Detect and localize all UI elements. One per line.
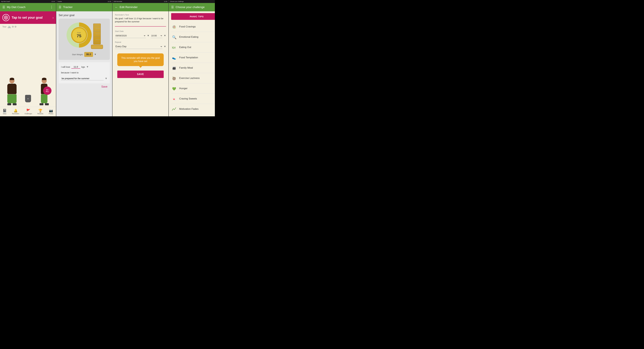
start-weight-value: 86.0 xyxy=(84,52,93,57)
photos-icon: 📷 xyxy=(49,109,53,113)
save-button-2[interactable]: Save xyxy=(59,83,110,90)
char-feet-fat xyxy=(7,103,16,105)
nav-photos[interactable]: 📷 Photos xyxy=(49,109,53,115)
header-4: ☰ Choose your challenge ✏ xyxy=(169,3,215,11)
svg-text:🦥: 🦥 xyxy=(172,76,176,80)
challenge-item-food-cravings[interactable]: 🍭 Food Cravings xyxy=(171,22,215,32)
header-title-1: My Diet Coach xyxy=(7,5,48,9)
food-temptation-icon: 👟 xyxy=(171,55,177,60)
char-foot-slim-left xyxy=(40,103,44,105)
nav-challenges[interactable]: 🚩 Challenges xyxy=(24,109,32,115)
family-meal-label: Family Meal xyxy=(179,66,193,69)
start-date-select[interactable]: 09/06/2020 xyxy=(115,33,146,38)
start-date-label: Start Date xyxy=(115,30,166,32)
char-pants-fat xyxy=(7,94,16,103)
challenge-item-exercise-laziness[interactable]: 🦥 Exercise Laziness xyxy=(171,73,215,83)
challenge-item-family-meal[interactable]: 👨‍👩‍👧 Family Meal xyxy=(171,63,215,73)
because-row: because I want to xyxy=(59,70,110,75)
challenge-item-emotional-eating[interactable]: 🔍 Emotional Eating xyxy=(171,32,215,42)
challenge-item-food-temptation[interactable]: 👟 Food Temptation xyxy=(171,52,215,63)
emotional-eating-icon: 🔍 xyxy=(171,34,177,40)
svg-text:🍽: 🍽 xyxy=(172,46,175,49)
craving-sweets-label: Craving Sweets xyxy=(179,97,197,100)
tour-label[interactable]: Tour xyxy=(2,25,6,28)
because-label: because I want to xyxy=(61,71,79,74)
bike-icon: 🚲 xyxy=(8,25,11,28)
back-icon-3[interactable]: ← xyxy=(115,5,118,9)
tape-base xyxy=(91,45,103,49)
nav-reminders[interactable]: 🔔 Reminders xyxy=(12,109,19,115)
reason-row: be prepared for the summer look better f… xyxy=(59,75,110,82)
goal-visual-area: Goal: 75 xyxy=(59,19,110,60)
nav-diary-label: Diary xyxy=(3,113,6,115)
char-foot-left xyxy=(7,103,11,105)
tape-measure-visual xyxy=(91,23,103,49)
craving-sweets-icon: 🍬 xyxy=(171,96,177,102)
nav-diary[interactable]: 📓 Diary xyxy=(3,109,7,115)
goal-value: 75 xyxy=(77,33,81,38)
reminders-icon: 🔔 xyxy=(14,109,18,113)
reminder-text-label: Reminder's Text: xyxy=(115,14,166,16)
panel-my-diet-coach: My Diet Coach 12:19 ☰ My Diet Coach ⋮ Ta… xyxy=(0,0,56,116)
header-title-3: Edit Reminder xyxy=(120,5,166,9)
time-dropdown-arrow: ▼ xyxy=(164,34,166,37)
char-torso-fat xyxy=(7,84,16,94)
char-foot-slim-right xyxy=(45,103,49,105)
nav-rewards[interactable]: 🏆 Rewards xyxy=(38,109,43,115)
bottom-navigation: 📓 Diary 🔔 Reminders 🚩 Challenges 🏆 Rewar… xyxy=(0,107,56,116)
char-foot-right xyxy=(13,103,16,105)
svg-text:💚: 💚 xyxy=(172,87,176,91)
nav-photos-label: Photos xyxy=(49,113,53,115)
svg-point-2 xyxy=(6,17,6,18)
save-reminder-button[interactable]: SAVE xyxy=(117,70,164,78)
exercise-laziness-label: Exercise Laziness xyxy=(179,77,200,80)
status-bar-1: My Diet Coach 12:19 xyxy=(0,0,56,3)
challenge-item-eating-out[interactable]: 🍽 Eating Out xyxy=(171,42,215,52)
reason-select[interactable]: be prepared for the summer look better f… xyxy=(61,76,104,80)
donut-center: Goal: 75 xyxy=(77,32,81,38)
svg-text:👨‍👩‍👧: 👨‍👩‍👧 xyxy=(172,66,176,70)
goal-donut-chart: Goal: 75 xyxy=(66,22,92,48)
challenge-item-hunger[interactable]: 💚 Hunger xyxy=(171,83,215,94)
repeat-select[interactable]: Every Day Every Week Never xyxy=(115,44,162,49)
status-bar-2: Tracker 12:19 xyxy=(56,0,112,3)
svg-text:🍭: 🍭 xyxy=(173,25,176,29)
char-feet-slim xyxy=(40,103,49,105)
eating-out-label: Eating Out xyxy=(179,46,191,49)
tape-body xyxy=(93,23,101,44)
char-hair-fat xyxy=(10,78,14,80)
more-options-icon-1[interactable]: ⋮ xyxy=(50,5,54,9)
start-date-section: Start Date 09/06/2020 ▼ 10:00 ▼ xyxy=(115,30,166,38)
go-pro-button[interactable]: Go Pro xyxy=(43,86,52,95)
reminder-textarea[interactable]: My goal: I will lose 11.0 kgs because I … xyxy=(115,17,166,26)
char-pants-slim xyxy=(41,94,48,103)
menu-icon-2[interactable]: ☰ xyxy=(59,5,61,9)
header-3: ← Edit Reminder xyxy=(112,3,168,11)
menu-icon-1[interactable]: ☰ xyxy=(2,5,5,9)
repeat-row: Every Day Every Week Never ▼ xyxy=(115,44,166,49)
panic-tips-button[interactable]: PANIC TIPS xyxy=(171,13,215,20)
food-cravings-icon: 🍭 xyxy=(171,24,177,30)
status-bar-4: Choose your challenge 12:31 xyxy=(169,0,215,3)
challenge-item-diet-slipups[interactable]: 💰 Diet Slip-ups xyxy=(171,114,215,116)
unit-dropdown-arrow[interactable]: ▼ xyxy=(86,65,89,68)
lose-label: I will lose xyxy=(61,66,70,68)
hunger-icon: 💚 xyxy=(171,85,177,91)
challenge-item-craving-sweets[interactable]: 🍬 Craving Sweets xyxy=(171,94,215,104)
challenge-list: 🍭 Food Cravings 🔍 Emotional Eating 🍽 Eat… xyxy=(169,22,215,116)
svg-text:🔍: 🔍 xyxy=(172,35,176,39)
char-hair-slim xyxy=(42,78,46,80)
lose-row: I will lose kgs ▼ xyxy=(59,64,110,70)
hero-text: Tap to set your goal xyxy=(12,16,50,19)
goal-form: I will lose kgs ▼ because I want to be p… xyxy=(59,62,110,83)
svg-text:👟: 👟 xyxy=(172,56,176,60)
challenge-item-motivation-fades[interactable]: Motivation Fades xyxy=(171,104,215,114)
scale-icon: ⚖ xyxy=(25,95,31,102)
panel-edit-reminder: Edit Reminder 12:20 ← Edit Reminder Remi… xyxy=(112,0,168,116)
lose-input[interactable] xyxy=(71,65,80,69)
set-goal-banner[interactable]: Tap to set your goal › xyxy=(0,11,56,24)
menu-icon-4[interactable]: ☰ xyxy=(171,5,174,9)
start-time-select[interactable]: 10:00 xyxy=(150,33,162,38)
hero-arrow: › xyxy=(52,16,54,19)
motivation-fades-icon xyxy=(171,106,177,112)
